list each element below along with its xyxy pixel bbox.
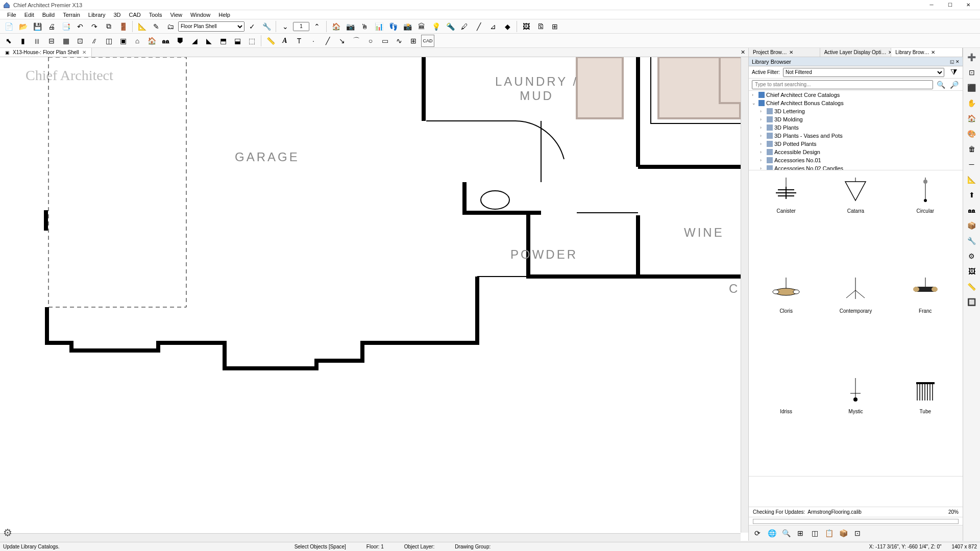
menu-3d[interactable]: 3D xyxy=(109,12,125,18)
grid-tool[interactable]: ⊞ xyxy=(407,35,420,47)
layerset-button[interactable]: 🗂 xyxy=(164,20,177,33)
tool2-icon[interactable]: ⬆ xyxy=(965,188,979,202)
check-button[interactable]: ✓ xyxy=(246,20,259,33)
minimize-button[interactable]: ─ xyxy=(923,1,940,10)
defaults-button[interactable]: 📐 xyxy=(135,20,149,33)
view1-icon[interactable]: ⊞ xyxy=(794,527,807,540)
camera-icon[interactable]: 📷 xyxy=(344,20,357,33)
save-button[interactable]: 💾 xyxy=(31,20,44,33)
line-tool[interactable]: ╱ xyxy=(321,35,334,47)
roof-tool[interactable]: ⛊ xyxy=(174,35,187,47)
thumb-cloris[interactable]: Cloris xyxy=(753,274,819,371)
tool5-icon[interactable]: 🔧 xyxy=(965,234,979,248)
point-tool[interactable]: · xyxy=(307,35,320,47)
door-tool[interactable]: ⊟ xyxy=(45,35,58,47)
column-tool[interactable]: ▣ xyxy=(116,35,130,47)
home-view-icon[interactable]: 🏠 xyxy=(965,111,979,126)
tool1-icon[interactable]: 📐 xyxy=(965,172,979,187)
thumb-circular[interactable]: Circular xyxy=(892,174,959,271)
polyline-tool[interactable]: ∿ xyxy=(393,35,406,47)
undo-button[interactable]: ↶ xyxy=(74,20,87,33)
redo-button[interactable]: ↷ xyxy=(88,20,101,33)
tab-bar-close[interactable]: ✕ xyxy=(738,49,748,56)
camera2-icon[interactable]: 📸 xyxy=(401,20,414,33)
close-icon[interactable]: ✕ xyxy=(789,49,793,55)
pen-icon[interactable]: 🖊 xyxy=(458,20,471,33)
menu-window[interactable]: Window xyxy=(186,12,214,18)
undock-icon[interactable]: ◱ xyxy=(950,59,954,64)
dim-icon[interactable]: ⊿ xyxy=(486,20,500,33)
panel-tab-library[interactable]: Library Brow…✕ xyxy=(891,48,963,57)
house2-tool[interactable]: 🏠 xyxy=(145,35,158,47)
search2-icon[interactable]: 🔍 xyxy=(779,527,793,540)
maximize-button[interactable]: ☐ xyxy=(941,1,959,10)
view2-icon[interactable]: ◫ xyxy=(808,527,821,540)
pan-icon[interactable]: ✋ xyxy=(965,96,979,110)
footprints-icon[interactable]: 👣 xyxy=(386,20,400,33)
scrollbar-vertical[interactable] xyxy=(741,57,748,533)
mouse-icon[interactable]: 🖱 xyxy=(358,20,371,33)
down-button[interactable]: ⌄ xyxy=(279,20,292,33)
framing-tool[interactable]: ◫ xyxy=(102,35,115,47)
front-icon[interactable]: 🏛 xyxy=(415,20,428,33)
view5-icon[interactable]: ⊡ xyxy=(851,527,864,540)
drawing-canvas[interactable]: Chief Architect xyxy=(0,57,748,541)
tool6-icon[interactable]: ⚙ xyxy=(965,249,979,263)
thumb-mystic[interactable]: Mystic xyxy=(822,375,889,472)
filter-dropdown[interactable]: Not Filtered xyxy=(783,68,944,77)
swatch-icon[interactable]: 🎨 xyxy=(965,127,979,141)
ruler-tool[interactable]: 📏 xyxy=(264,35,277,47)
zoom-fit-icon[interactable]: ⊡ xyxy=(965,65,979,80)
menu-edit[interactable]: Edit xyxy=(20,12,38,18)
menu-tools[interactable]: Tools xyxy=(145,12,166,18)
house3-tool[interactable]: 🏘 xyxy=(159,35,173,47)
settings-button[interactable]: 🔧 xyxy=(260,20,273,33)
library-tree[interactable]: ›Chief Architect Core Catalogs ⌄Chief Ar… xyxy=(749,91,963,170)
roof3-tool[interactable]: ◣ xyxy=(202,35,215,47)
options-button[interactable]: ⧉ xyxy=(102,20,115,33)
eraser-icon[interactable]: ◆ xyxy=(501,20,514,33)
refresh-icon[interactable]: ⟳ xyxy=(751,527,764,540)
tool9-icon[interactable]: 🔲 xyxy=(965,295,979,309)
tool7-icon[interactable]: 🖼 xyxy=(965,264,979,279)
box-tool[interactable]: ⬚ xyxy=(245,35,258,47)
up-button[interactable]: ⌃ xyxy=(310,20,324,33)
home-icon[interactable]: 🏠 xyxy=(329,20,342,33)
menu-cad[interactable]: CAD xyxy=(125,12,144,18)
doc-tab[interactable]: ▣ X13-House-: Floor Plan Shell ✕ xyxy=(0,48,92,57)
text2-tool[interactable]: T xyxy=(292,35,306,47)
close-icon[interactable]: ✕ xyxy=(82,49,86,55)
thumb-canister[interactable]: Canister xyxy=(753,174,819,271)
new-button[interactable]: 📄 xyxy=(2,20,15,33)
close-button[interactable]: ✕ xyxy=(960,1,977,10)
rect-tool[interactable]: ▭ xyxy=(378,35,391,47)
panel-tab-project[interactable]: Project Brow…✕ xyxy=(749,48,820,57)
search-options-icon[interactable]: 🔎 xyxy=(948,80,960,90)
arrow-tool[interactable]: ↘ xyxy=(335,35,349,47)
zoom-in-icon[interactable]: ➕ xyxy=(965,50,979,64)
select-tool[interactable]: ⬉ xyxy=(2,35,15,47)
thumb-idriss[interactable]: Idriss xyxy=(753,375,819,472)
cad-tool[interactable]: CAD xyxy=(421,35,434,47)
slab2-tool[interactable]: ⬓ xyxy=(231,35,244,47)
line-icon[interactable]: ╱ xyxy=(472,20,485,33)
menu-build[interactable]: Build xyxy=(38,12,59,18)
circle-tool[interactable]: ○ xyxy=(364,35,377,47)
door-button[interactable]: 🚪 xyxy=(116,20,130,33)
roof2-tool[interactable]: ◢ xyxy=(188,35,201,47)
thumb-contemporary[interactable]: Contemporary xyxy=(822,274,889,371)
cabinet-tool[interactable]: ⊡ xyxy=(74,35,87,47)
panel-tab-layers[interactable]: Active Layer Display Opti…✕ xyxy=(820,48,892,57)
house-tool[interactable]: ⌂ xyxy=(131,35,144,47)
light-icon[interactable]: 💡 xyxy=(429,20,443,33)
view2-icon[interactable]: 🖻 xyxy=(534,20,547,33)
slab-tool[interactable]: ⬒ xyxy=(216,35,230,47)
thumb-franc[interactable]: Franc xyxy=(892,274,959,371)
trash-icon[interactable]: 🗑 xyxy=(965,142,979,156)
edit-button[interactable]: ✎ xyxy=(150,20,163,33)
tool3-icon[interactable]: 🏘 xyxy=(965,203,979,217)
view3-icon[interactable]: 📋 xyxy=(822,527,836,540)
zoom-rect-icon[interactable]: ⬛ xyxy=(965,81,979,95)
window-tool[interactable]: ▦ xyxy=(59,35,72,47)
wall-tool[interactable]: ▮ xyxy=(16,35,30,47)
